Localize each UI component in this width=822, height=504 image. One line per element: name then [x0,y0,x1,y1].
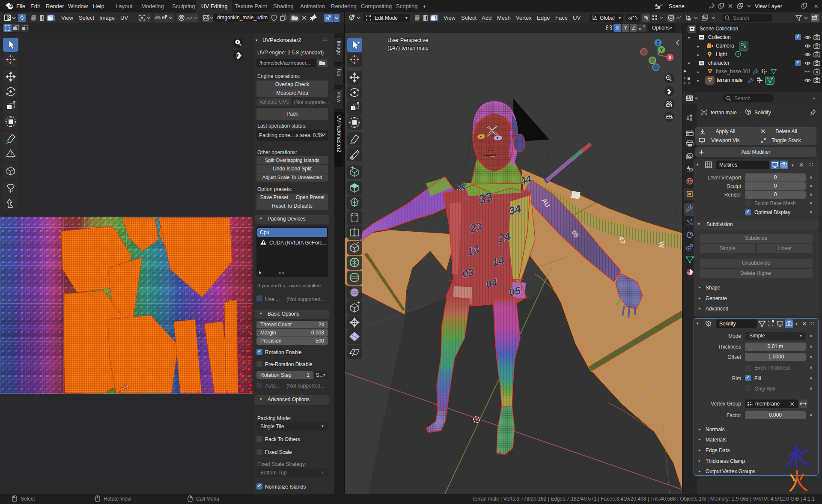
svg-text:47: 47 [618,236,626,245]
svg-text:X: X [669,55,672,60]
svg-text:W: W [658,241,665,248]
svg-text:User Perspective: User Perspective [387,37,428,43]
svg-text:Y: Y [660,48,663,52]
svg-text:Z: Z [657,41,659,45]
svg-text:(147) terran male: (147) terran male [387,45,429,51]
